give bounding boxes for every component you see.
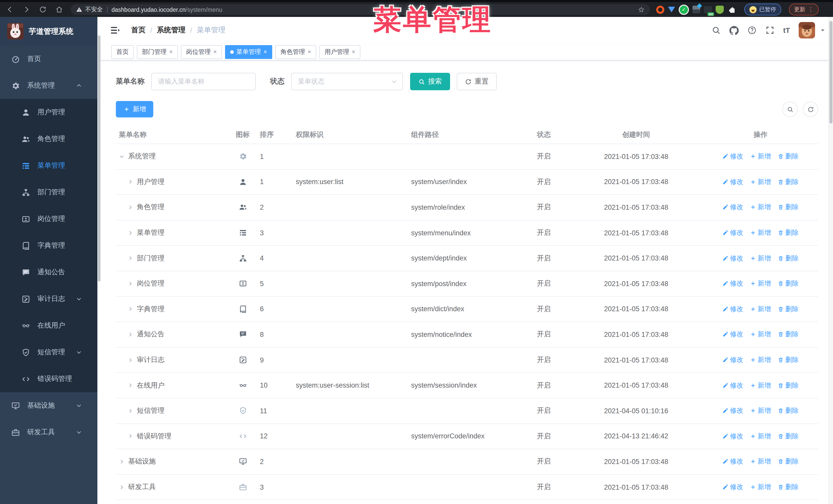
font-size-icon[interactable]: tT: [783, 26, 790, 34]
extension-grid-icon[interactable]: [693, 6, 700, 13]
add-button[interactable]: 新增: [116, 101, 153, 117]
row-action-删除[interactable]: 删除: [778, 482, 799, 492]
sidebar-item-首页[interactable]: 首页: [0, 46, 100, 72]
row-action-删除[interactable]: 删除: [778, 152, 799, 161]
sidebar-scrollbar-thumb[interactable]: [98, 35, 100, 282]
row-action-新增[interactable]: 新增: [750, 406, 771, 415]
browser-home-icon[interactable]: [52, 3, 66, 16]
extension-gem-icon[interactable]: [668, 7, 675, 12]
toggle-search-button[interactable]: [782, 101, 798, 117]
expand-caret-icon[interactable]: [128, 179, 133, 185]
close-tab-icon[interactable]: ×: [308, 49, 311, 55]
row-action-修改[interactable]: 修改: [722, 279, 743, 288]
expand-caret-icon[interactable]: [128, 383, 133, 388]
row-action-新增[interactable]: 新增: [750, 254, 771, 263]
sidebar-item-在线用户[interactable]: 在线用户: [0, 312, 100, 339]
row-action-删除[interactable]: 删除: [778, 406, 799, 415]
extension-robot-icon[interactable]: [716, 5, 724, 14]
menu-name-input[interactable]: 请输入菜单名称: [151, 73, 256, 90]
row-action-新增[interactable]: 新增: [750, 177, 771, 187]
row-action-删除[interactable]: 删除: [778, 228, 799, 237]
browser-reload-icon[interactable]: [36, 3, 49, 16]
breadcrumb-system[interactable]: 系统管理: [157, 26, 186, 35]
header-search-icon[interactable]: [712, 26, 721, 35]
expand-caret-icon[interactable]: [128, 306, 133, 312]
sidebar-toggle-icon[interactable]: [110, 25, 120, 35]
breadcrumb-home[interactable]: 首页: [131, 26, 146, 35]
expand-caret-icon[interactable]: [119, 154, 124, 160]
row-action-新增[interactable]: 新增: [750, 432, 771, 441]
row-action-修改[interactable]: 修改: [722, 432, 743, 441]
browser-back-icon[interactable]: [3, 3, 17, 16]
window-scrollbar-thumb[interactable]: [829, 21, 832, 124]
expand-caret-icon[interactable]: [128, 230, 133, 236]
bookmark-star-icon[interactable]: [638, 6, 645, 13]
profile-paused-badge[interactable]: 已暂停: [744, 4, 781, 16]
extension-ring-icon[interactable]: [656, 5, 664, 14]
row-action-删除[interactable]: 删除: [778, 254, 799, 263]
expand-caret-icon[interactable]: [119, 484, 124, 490]
row-action-修改[interactable]: 修改: [722, 254, 743, 263]
sidebar-item-字典管理[interactable]: 字典管理: [0, 232, 100, 259]
row-action-新增[interactable]: 新增: [750, 228, 771, 237]
row-action-修改[interactable]: 修改: [722, 203, 743, 212]
row-action-新增[interactable]: 新增: [750, 152, 771, 161]
expand-caret-icon[interactable]: [128, 332, 133, 337]
sidebar-item-部门管理[interactable]: 部门管理: [0, 179, 100, 206]
tab-菜单管理[interactable]: 菜单管理×: [225, 45, 272, 59]
tab-部门管理[interactable]: 部门管理×: [137, 45, 178, 59]
row-action-删除[interactable]: 删除: [778, 457, 799, 466]
refresh-table-button[interactable]: [803, 101, 818, 117]
row-action-新增[interactable]: 新增: [750, 279, 771, 288]
reset-button[interactable]: 重置: [457, 73, 497, 90]
row-action-修改[interactable]: 修改: [722, 305, 743, 314]
browser-forward-icon[interactable]: [20, 3, 33, 16]
row-action-修改[interactable]: 修改: [722, 457, 743, 466]
sidebar-item-短信管理[interactable]: 短信管理: [0, 339, 100, 365]
row-action-新增[interactable]: 新增: [750, 330, 771, 339]
user-avatar[interactable]: [799, 22, 815, 39]
row-action-删除[interactable]: 删除: [778, 177, 799, 187]
row-action-新增[interactable]: 新增: [750, 482, 771, 492]
search-button[interactable]: 搜索: [410, 73, 450, 90]
extension-on-badge-icon[interactable]: [704, 6, 712, 13]
expand-caret-icon[interactable]: [119, 459, 124, 464]
github-icon[interactable]: [730, 26, 739, 35]
tab-角色管理[interactable]: 角色管理×: [275, 45, 316, 59]
close-tab-icon[interactable]: ×: [213, 49, 217, 55]
row-action-新增[interactable]: 新增: [750, 305, 771, 314]
expand-caret-icon[interactable]: [128, 433, 133, 439]
close-tab-icon[interactable]: ×: [169, 49, 173, 55]
row-action-删除[interactable]: 删除: [778, 330, 799, 339]
close-tab-icon[interactable]: ×: [352, 49, 355, 55]
sidebar-item-菜单管理[interactable]: 菜单管理: [0, 152, 100, 179]
sidebar-item-错误码管理[interactable]: 错误码管理: [0, 365, 100, 392]
row-action-修改[interactable]: 修改: [722, 482, 743, 492]
sidebar-logo[interactable]: 芋道管理系统: [0, 17, 100, 46]
window-scrollbar[interactable]: [828, 17, 833, 504]
sidebar-item-角色管理[interactable]: 角色管理: [0, 126, 100, 152]
row-action-删除[interactable]: 删除: [778, 203, 799, 212]
sidebar-scrollbar[interactable]: [97, 17, 100, 504]
tab-岗位管理[interactable]: 岗位管理×: [181, 45, 222, 59]
row-action-修改[interactable]: 修改: [722, 330, 743, 339]
expand-caret-icon[interactable]: [128, 281, 133, 287]
row-action-删除[interactable]: 删除: [778, 381, 799, 390]
expand-caret-icon[interactable]: [128, 408, 133, 413]
help-icon[interactable]: [747, 26, 757, 35]
sidebar-item-岗位管理[interactable]: 岗位管理: [0, 206, 100, 232]
row-action-修改[interactable]: 修改: [722, 406, 743, 415]
tab-首页[interactable]: 首页: [111, 45, 134, 59]
row-action-新增[interactable]: 新增: [750, 355, 771, 364]
sidebar-item-通知公告[interactable]: 通知公告: [0, 259, 100, 286]
row-action-修改[interactable]: 修改: [722, 177, 743, 187]
row-action-新增[interactable]: 新增: [750, 381, 771, 390]
address-bar[interactable]: 不安全 dashboard.yudao.iocoder.cn/system/me…: [71, 4, 650, 15]
fullscreen-icon[interactable]: [765, 26, 775, 35]
sidebar-item-系统管理[interactable]: 系统管理: [0, 72, 100, 99]
extension-check-icon[interactable]: ✓: [679, 4, 689, 15]
row-action-修改[interactable]: 修改: [722, 355, 743, 364]
row-action-新增[interactable]: 新增: [750, 457, 771, 466]
row-action-修改[interactable]: 修改: [722, 152, 743, 161]
avatar-caret-down-icon[interactable]: [820, 27, 826, 33]
